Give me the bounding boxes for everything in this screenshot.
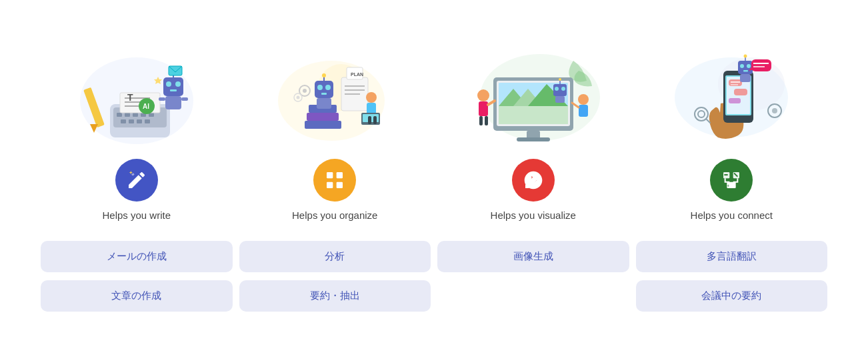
svg-rect-5 [117, 113, 122, 117]
btn-image-gen[interactable]: 画像生成 [437, 241, 629, 272]
svg-rect-27 [165, 96, 181, 109]
svg-text:T: T [127, 92, 133, 103]
cards-row: T AI [41, 45, 827, 221]
svg-rect-12 [137, 119, 142, 123]
icon-write [115, 159, 158, 202]
svg-point-104 [744, 54, 747, 57]
svg-rect-48 [315, 81, 333, 98]
svg-rect-67 [517, 137, 550, 141]
svg-point-80 [477, 89, 489, 101]
svg-point-114 [772, 108, 777, 113]
svg-rect-59 [327, 172, 333, 178]
card-connect: + Helps you connect [636, 45, 828, 221]
buttons-row-1: メールの作成 分析 画像生成 多言語翻訳 [41, 241, 827, 272]
card-connect-label: Helps you connect [691, 210, 773, 221]
svg-rect-83 [479, 116, 483, 125]
btn-group-visualize-empty [437, 280, 629, 312]
svg-rect-60 [337, 172, 343, 178]
svg-text:AI: AI [143, 103, 149, 110]
svg-point-56 [303, 89, 307, 93]
btn-group-connect: 多言語翻訳 [636, 241, 828, 272]
svg-rect-6 [125, 113, 130, 117]
illustration-write: T AI [63, 45, 210, 152]
svg-rect-86 [579, 105, 588, 117]
svg-rect-33 [305, 121, 341, 129]
svg-point-58 [297, 95, 300, 99]
card-organize: PLAN [239, 45, 431, 221]
svg-rect-34 [307, 113, 339, 121]
card-organize-label: Helps you organize [292, 210, 377, 221]
svg-rect-13 [145, 119, 150, 123]
card-write: T AI [41, 45, 233, 221]
svg-rect-106 [751, 59, 771, 71]
svg-point-22 [166, 81, 171, 87]
buttons-all: メールの作成 分析 画像生成 多言語翻訳 文章の作成 要約・抽出 会議 [41, 241, 827, 312]
svg-rect-99 [738, 61, 753, 74]
svg-point-76 [561, 87, 565, 91]
svg-point-23 [175, 81, 181, 87]
svg-text:PLAN: PLAN [351, 72, 363, 77]
btn-text-create[interactable]: 文章の作成 [41, 280, 233, 312]
btn-group-write: メールの作成 [41, 241, 233, 272]
svg-rect-102 [743, 70, 748, 72]
card-write-label: Helps you write [102, 210, 171, 221]
buttons-row-2: 文章の作成 要約・抽出 会議中の要約 [41, 280, 827, 312]
svg-point-78 [559, 78, 561, 81]
svg-rect-54 [317, 98, 331, 109]
card-visualize: Helps you visualize [437, 45, 629, 221]
svg-rect-24 [170, 89, 177, 91]
svg-point-49 [317, 85, 323, 90]
svg-rect-7 [133, 113, 138, 117]
svg-rect-46 [368, 116, 371, 124]
svg-point-100 [740, 64, 744, 68]
svg-point-101 [747, 64, 751, 68]
svg-rect-28 [159, 97, 165, 101]
svg-point-85 [578, 94, 589, 105]
svg-rect-84 [485, 116, 488, 125]
svg-point-42 [366, 92, 377, 103]
svg-rect-51 [321, 93, 327, 95]
svg-rect-79 [555, 96, 565, 103]
illustration-visualize [460, 45, 607, 152]
icon-organize [313, 159, 356, 202]
svg-point-53 [322, 73, 326, 77]
btn-meeting-summary[interactable]: 会議中の要約 [636, 280, 828, 312]
btn-group-organize-2: 要約・抽出 [239, 280, 431, 312]
btn-summarize[interactable]: 要約・抽出 [239, 280, 431, 312]
svg-rect-81 [479, 101, 488, 116]
svg-rect-62 [337, 182, 343, 188]
svg-rect-73 [499, 106, 568, 124]
svg-point-50 [325, 85, 331, 90]
svg-text:+: + [727, 184, 730, 188]
btn-analysis[interactable]: 分析 [239, 241, 431, 272]
svg-rect-105 [740, 74, 751, 82]
svg-rect-10 [121, 119, 126, 123]
main-container: T AI [34, 32, 834, 325]
svg-rect-96 [729, 98, 741, 103]
illustration-connect [658, 45, 805, 152]
btn-translation[interactable]: 多言語翻訳 [636, 241, 828, 272]
btn-group-write-2: 文章の作成 [41, 280, 233, 312]
svg-rect-29 [181, 97, 188, 101]
icon-connect: + [710, 159, 753, 202]
svg-rect-21 [163, 77, 183, 96]
btn-email[interactable]: メールの作成 [41, 241, 233, 272]
svg-rect-61 [327, 182, 333, 188]
svg-rect-11 [129, 119, 134, 123]
btn-group-connect-2: 会議中の要約 [636, 280, 828, 312]
illustration-organize: PLAN [261, 45, 408, 152]
svg-rect-47 [373, 116, 377, 124]
svg-point-75 [555, 87, 559, 91]
card-visualize-label: Helps you visualize [491, 210, 576, 221]
btn-group-visualize: 画像生成 [437, 241, 629, 272]
icon-visualize [512, 159, 555, 202]
svg-rect-95 [734, 89, 747, 95]
btn-group-organize: 分析 [239, 241, 431, 272]
